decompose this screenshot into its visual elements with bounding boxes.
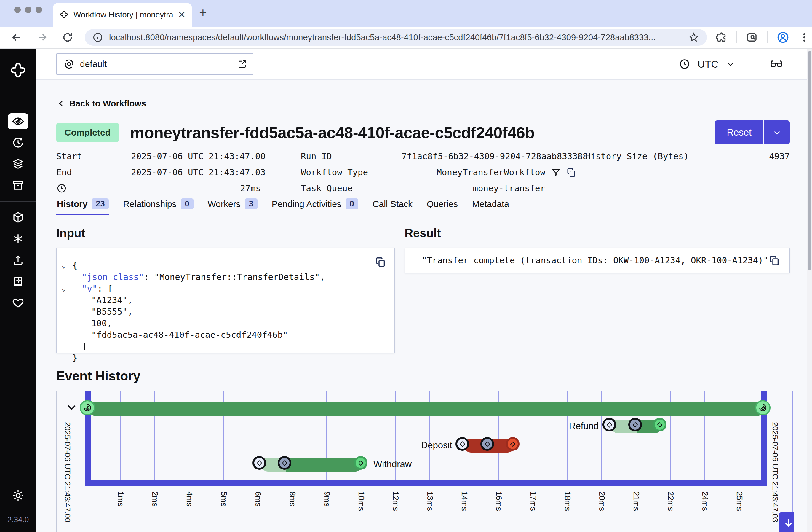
sidebar-item-nexus[interactable] <box>8 231 28 247</box>
input-json-viewer[interactable]: ⌄{"json_class": "MoneyTransfer::Transfer… <box>62 260 385 364</box>
minimize-window-icon[interactable] <box>25 6 31 13</box>
temporal-logo-icon[interactable] <box>9 62 27 80</box>
sidebar-item-feedback[interactable] <box>8 295 28 311</box>
json-line: "A1234", <box>62 294 385 306</box>
event-history-timeline[interactable]: RefundDepositWithdraw1ms2ms4ms5ms6ms8ms9… <box>56 391 794 532</box>
scroll-to-bottom-button[interactable] <box>779 513 794 532</box>
axis-tick-label: 24ms <box>700 491 709 511</box>
theme-sun-icon[interactable] <box>12 489 25 502</box>
window-controls[interactable] <box>14 6 42 13</box>
duration-value: 27ms <box>131 183 261 193</box>
collapse-chevron-icon[interactable]: ⌄ <box>62 261 72 269</box>
feedback-heart-icon <box>12 296 24 309</box>
extensions-icon[interactable] <box>715 31 727 43</box>
scrollbar-thumb[interactable] <box>808 51 811 270</box>
tab-relationships[interactable]: Relationships0 <box>122 198 194 215</box>
sidebar-item-deployments[interactable] <box>8 156 28 172</box>
event-marker-scheduled[interactable] <box>252 456 266 470</box>
event-marker-started[interactable] <box>480 437 494 451</box>
browser-menu-icon[interactable] <box>798 31 810 43</box>
event-marker-started[interactable] <box>628 418 642 432</box>
axis-tick-label: 13ms <box>425 491 434 511</box>
history-size-value: 4937 <box>689 151 790 161</box>
diamond-icon <box>257 460 262 465</box>
activity-bar-withdraw[interactable] <box>286 458 362 472</box>
namespace-select[interactable]: default <box>56 53 253 75</box>
sidebar-item-workflows[interactable] <box>8 113 28 129</box>
tab-workers[interactable]: Workers3 <box>207 198 258 215</box>
sidebar-item-import[interactable] <box>8 252 28 268</box>
workflow-start-event-icon[interactable] <box>80 400 95 416</box>
tab-close-icon[interactable]: ✕ <box>178 10 186 19</box>
input-panel: ⌄{"json_class": "MoneyTransfer::Transfer… <box>56 248 395 353</box>
reset-button[interactable]: Reset <box>715 121 764 144</box>
workflow-tabs: History23Relationships0Workers3Pending A… <box>56 198 790 215</box>
sidebar-item-docs[interactable] <box>8 274 28 290</box>
tab-history[interactable]: History23 <box>56 198 110 215</box>
axis-tick-label: 22ms <box>666 491 675 511</box>
sidebar-divider <box>0 201 36 202</box>
axis-tick-label: 20ms <box>597 491 606 511</box>
url-bar[interactable]: localhost:8080/namespaces/default/workfl… <box>85 29 707 46</box>
nexus-asterisk-icon <box>12 233 24 245</box>
sidebar-item-batch-operations[interactable] <box>8 177 28 193</box>
profile-icon[interactable] <box>777 31 789 44</box>
new-tab-button[interactable]: + <box>199 5 207 20</box>
zoom-window-icon[interactable] <box>35 6 42 13</box>
event-marker-ok[interactable] <box>653 418 667 432</box>
timeline-axis-bar <box>85 480 767 486</box>
copy-icon[interactable] <box>566 167 577 178</box>
workflow-type-link[interactable]: MoneyTransferWorkflow <box>402 167 545 177</box>
event-marker-fail[interactable] <box>506 437 520 451</box>
workflow-metadata: Start2025-07-06 UTC 21:43:47.00 End2025-… <box>56 150 790 194</box>
forward-icon[interactable] <box>36 31 48 43</box>
workflows-eye-icon <box>12 115 25 128</box>
json-line: "B5555", <box>62 306 385 317</box>
tab-label: Metadata <box>472 199 509 209</box>
filter-funnel-icon[interactable] <box>551 167 561 178</box>
diamond-icon <box>607 422 612 427</box>
url-text[interactable]: localhost:8080/namespaces/default/workfl… <box>109 33 682 42</box>
tab-queries[interactable]: Queries <box>426 198 459 215</box>
workflow-execution-bar[interactable] <box>89 402 764 416</box>
collapse-chevron-icon[interactable]: ⌄ <box>62 284 72 293</box>
back-to-workflows-link[interactable]: Back to Workflows <box>69 99 146 109</box>
history-size-label: History Size (Bytes) <box>585 151 689 161</box>
tab-pending-activities[interactable]: Pending Activities0 <box>271 198 359 215</box>
schedules-clock-icon <box>12 136 24 149</box>
task-queue-link[interactable]: money-transfer <box>402 183 545 193</box>
copy-icon[interactable] <box>375 256 387 268</box>
close-window-icon[interactable] <box>14 6 21 13</box>
event-marker-scheduled[interactable] <box>603 418 616 432</box>
labs-glasses-icon[interactable] <box>769 57 784 71</box>
status-badge: Completed <box>56 123 119 142</box>
result-value: "Transfer complete (transaction IDs: OKW… <box>422 255 768 265</box>
event-marker-ok[interactable] <box>354 456 367 470</box>
sidebar-item-schedules[interactable] <box>8 135 28 151</box>
chevron-down-icon[interactable] <box>725 59 736 69</box>
diamond-icon <box>633 422 638 427</box>
reload-icon[interactable] <box>62 31 73 43</box>
batch-archive-icon <box>12 179 24 192</box>
back-icon[interactable] <box>11 31 23 43</box>
reset-dropdown-button[interactable] <box>764 121 790 144</box>
namespace-open-button[interactable] <box>231 54 253 74</box>
page-scrollbar[interactable] <box>807 48 812 532</box>
chevron-left-icon <box>56 98 67 109</box>
timezone-selector[interactable]: UTC <box>698 58 719 70</box>
site-info-icon[interactable] <box>92 32 103 43</box>
event-marker-scheduled[interactable] <box>455 437 469 451</box>
favicon-temporal-icon <box>59 10 69 19</box>
bookmark-star-icon[interactable] <box>688 32 699 43</box>
tab-metadata[interactable]: Metadata <box>472 198 510 215</box>
collapse-timeline-chevron-icon[interactable] <box>66 401 78 413</box>
tab-search-icon[interactable] <box>745 31 758 44</box>
sidebar-item-namespaces[interactable] <box>8 209 28 225</box>
workflow-end-event-icon[interactable] <box>755 400 770 416</box>
tab-call-stack[interactable]: Call Stack <box>372 198 413 215</box>
copy-icon[interactable] <box>768 254 780 266</box>
event-marker-started[interactable] <box>278 456 291 470</box>
axis-tick-label: 18ms <box>563 491 572 511</box>
run-id-value: 7f1ac8f5-6b32-4309-9204-728aab833388 <box>402 151 588 161</box>
browser-tab[interactable]: Workflow History | moneytran ✕ <box>53 3 192 27</box>
